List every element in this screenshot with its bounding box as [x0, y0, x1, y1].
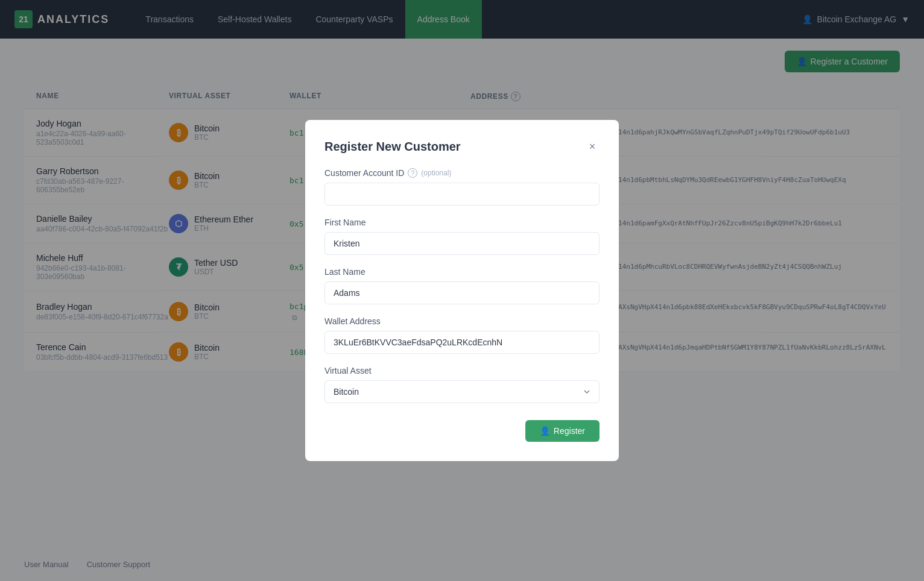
wallet-address-label: Wallet Address [324, 316, 600, 326]
modal-close-button[interactable]: × [585, 139, 600, 154]
last-name-input[interactable] [324, 281, 600, 304]
last-name-label: Last Name [324, 267, 600, 277]
modal-header: Register New Customer × [324, 139, 600, 154]
last-name-group: Last Name [324, 267, 600, 304]
virtual-asset-label: Virtual Asset [324, 366, 600, 375]
first-name-group: First Name [324, 218, 600, 255]
wallet-address-group: Wallet Address [324, 316, 600, 354]
customer-account-id-input[interactable] [324, 183, 600, 206]
register-submit-label: Register [554, 426, 585, 436]
register-submit-button[interactable]: 👤 Register [525, 420, 600, 442]
modal-title: Register New Customer [324, 140, 461, 154]
optional-badge: (optional) [421, 169, 451, 177]
account-id-help-icon[interactable]: ? [408, 168, 417, 178]
customer-account-id-label: Customer Account ID ? (optional) [324, 168, 600, 178]
register-customer-modal: Register New Customer × Customer Account… [305, 120, 619, 461]
register-submit-icon: 👤 [540, 426, 550, 436]
modal-overlay[interactable]: Register New Customer × Customer Account… [0, 0, 924, 581]
modal-footer: 👤 Register [324, 420, 600, 442]
virtual-asset-select[interactable]: Bitcoin Ethereum Ether Tether USD [324, 380, 600, 403]
virtual-asset-group: Virtual Asset Bitcoin Ethereum Ether Tet… [324, 366, 600, 403]
wallet-address-input[interactable] [324, 331, 600, 354]
first-name-input[interactable] [324, 232, 600, 255]
first-name-label: First Name [324, 218, 600, 227]
customer-account-id-group: Customer Account ID ? (optional) [324, 168, 600, 206]
